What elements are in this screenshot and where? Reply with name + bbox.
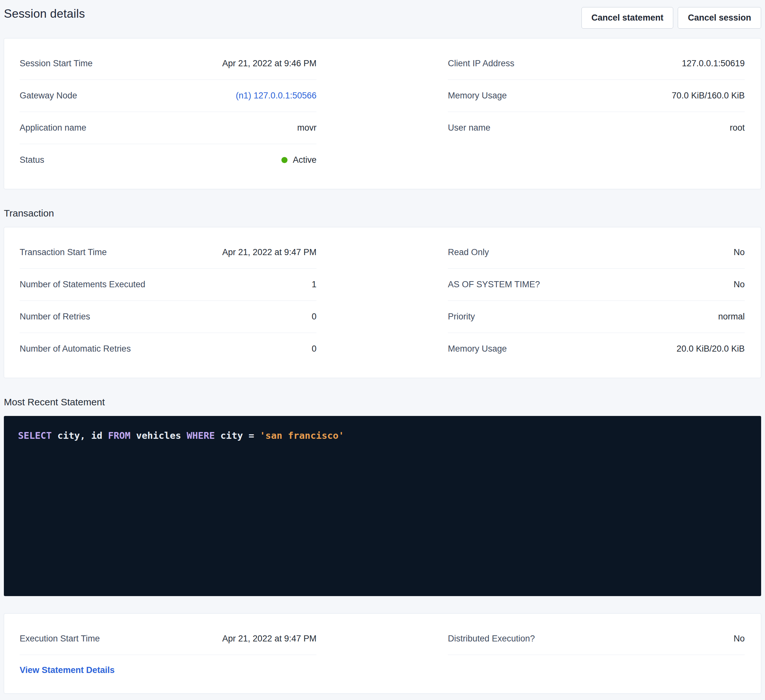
row-value: root <box>730 123 745 133</box>
row-label: Priority <box>448 312 475 322</box>
execution-card: Execution Start Time Apr 21, 2022 at 9:4… <box>4 614 761 694</box>
sql-keyword: FROM <box>108 430 131 441</box>
sql-text: city, id <box>52 430 108 441</box>
transaction-left-column: Transaction Start Time Apr 21, 2022 at 9… <box>20 237 316 365</box>
row-value: 1 <box>312 279 316 290</box>
cancel-statement-button[interactable]: Cancel statement <box>581 7 674 29</box>
row-label: Number of Automatic Retries <box>20 344 131 354</box>
transaction-right-column: Read Only No AS OF SYSTEM TIME? No Prior… <box>448 237 745 365</box>
application-name-row: Application name movr <box>20 112 316 144</box>
row-value: 127.0.0.1:50619 <box>682 58 745 69</box>
session-summary-card: Session Start Time Apr 21, 2022 at 9:46 … <box>4 38 761 189</box>
session-summary-left-column: Session Start Time Apr 21, 2022 at 9:46 … <box>20 48 316 176</box>
row-label: Gateway Node <box>20 91 77 101</box>
row-value: Apr 21, 2022 at 9:47 PM <box>222 634 316 644</box>
user-name-row: User name root <box>448 112 745 144</box>
page-title: Session details <box>4 7 85 20</box>
row-value: Apr 21, 2022 at 9:46 PM <box>222 58 316 69</box>
distributed-execution-row: Distributed Execution? No <box>448 623 745 655</box>
row-label: Memory Usage <box>448 91 507 101</box>
read-only-row: Read Only No <box>448 237 745 268</box>
statements-executed-row: Number of Statements Executed 1 <box>20 268 316 301</box>
row-label: Distributed Execution? <box>448 634 535 644</box>
row-value: No <box>734 279 745 290</box>
status-row: Status Active <box>20 144 316 176</box>
as-of-system-time-row: AS OF SYSTEM TIME? No <box>448 268 745 301</box>
client-ip-row: Client IP Address 127.0.0.1:50619 <box>448 48 745 80</box>
status-badge: Active <box>282 155 316 165</box>
sql-statement: SELECT city, id FROM vehicles WHERE city… <box>18 429 747 443</box>
most-recent-statement-heading: Most Recent Statement <box>4 397 761 408</box>
row-label: Session Start Time <box>20 58 93 69</box>
execution-start-time-row: Execution Start Time Apr 21, 2022 at 9:4… <box>20 623 316 655</box>
row-label: AS OF SYSTEM TIME? <box>448 279 540 290</box>
row-label: Client IP Address <box>448 58 515 69</box>
row-label: Transaction Start Time <box>20 247 107 257</box>
number-of-retries-row: Number of Retries 0 <box>20 301 316 333</box>
row-label: User name <box>448 123 490 133</box>
cancel-session-button[interactable]: Cancel session <box>678 7 761 29</box>
session-details-page: Session details Cancel statement Cancel … <box>0 0 765 700</box>
priority-row: Priority normal <box>448 301 745 333</box>
sql-statement-box: SELECT city, id FROM vehicles WHERE city… <box>4 416 761 596</box>
sql-keyword: SELECT <box>18 430 52 441</box>
row-value: Apr 21, 2022 at 9:47 PM <box>222 247 316 257</box>
row-label: Execution Start Time <box>20 634 100 644</box>
status-active-icon <box>282 157 288 163</box>
sql-text: vehicles <box>131 430 187 441</box>
header-actions: Cancel statement Cancel session <box>581 7 761 29</box>
row-value: normal <box>718 312 745 322</box>
execution-left-column: Execution Start Time Apr 21, 2022 at 9:4… <box>20 623 316 675</box>
transaction-start-time-row: Transaction Start Time Apr 21, 2022 at 9… <box>20 237 316 268</box>
page-header: Session details Cancel statement Cancel … <box>4 0 761 38</box>
status-text: Active <box>293 155 316 165</box>
row-value: No <box>734 247 745 257</box>
row-label: Read Only <box>448 247 489 257</box>
sql-keyword: WHERE <box>187 430 215 441</box>
execution-right-column: Distributed Execution? No <box>448 623 745 655</box>
row-value: 0 <box>312 344 316 354</box>
session-start-time-row: Session Start Time Apr 21, 2022 at 9:46 … <box>20 48 316 80</box>
gateway-node-row: Gateway Node (n1) 127.0.0.1:50566 <box>20 80 316 112</box>
row-label: Application name <box>20 123 86 133</box>
row-value: No <box>734 634 745 644</box>
gateway-node-link[interactable]: (n1) 127.0.0.1:50566 <box>236 91 316 101</box>
view-statement-details-link[interactable]: View Statement Details <box>20 665 115 675</box>
transaction-card: Transaction Start Time Apr 21, 2022 at 9… <box>4 227 761 378</box>
row-value: 20.0 KiB/20.0 KiB <box>677 344 745 354</box>
session-summary-right-column: Client IP Address 127.0.0.1:50619 Memory… <box>448 48 745 144</box>
sql-text: city = <box>215 430 260 441</box>
row-label: Status <box>20 155 44 165</box>
row-label: Number of Statements Executed <box>20 279 145 290</box>
sql-string-literal: 'san francisco' <box>260 430 344 441</box>
automatic-retries-row: Number of Automatic Retries 0 <box>20 333 316 365</box>
transaction-heading: Transaction <box>4 208 761 219</box>
row-label: Number of Retries <box>20 312 90 322</box>
memory-usage-row: Memory Usage 70.0 KiB/160.0 KiB <box>448 80 745 112</box>
row-label: Memory Usage <box>448 344 507 354</box>
transaction-memory-usage-row: Memory Usage 20.0 KiB/20.0 KiB <box>448 333 745 365</box>
row-value: movr <box>297 123 316 133</box>
row-value: 0 <box>312 312 316 322</box>
row-value: 70.0 KiB/160.0 KiB <box>672 91 745 101</box>
